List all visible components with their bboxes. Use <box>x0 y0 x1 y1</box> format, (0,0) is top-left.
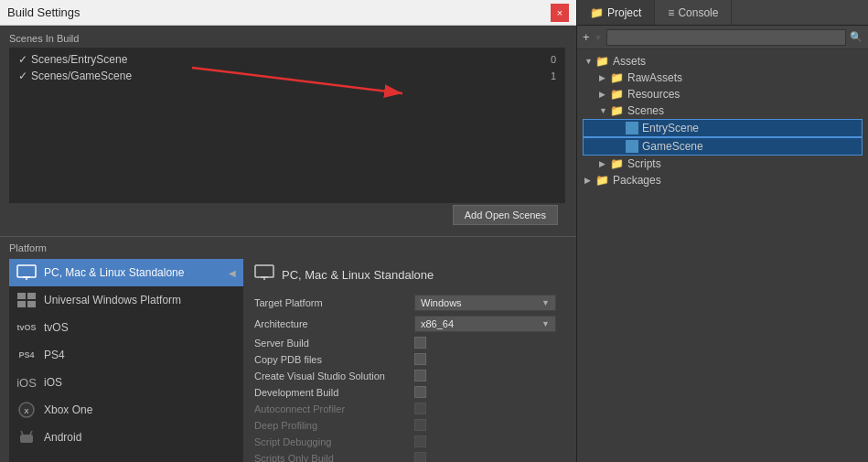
toolbar-divider: ▾ <box>595 31 601 44</box>
svg-rect-7 <box>17 301 26 307</box>
platform-label-android: Android <box>44 431 81 444</box>
project-tab-icon: 📁 <box>590 6 604 19</box>
right-panel: 📁 Project ≡ Console + ▾ 🔍 ▼ 📁 Assets ▶ 📁… <box>576 0 868 462</box>
architecture-label: Architecture <box>254 318 414 329</box>
svg-rect-5 <box>17 293 26 299</box>
expand-arrow: ▶ <box>599 73 610 82</box>
expand-arrow: ▶ <box>599 90 610 99</box>
setting-dev-build: Development Build <box>254 386 556 398</box>
scripts-only-checkbox[interactable] <box>414 452 426 462</box>
server-build-label: Server Build <box>254 338 414 349</box>
setting-architecture: Architecture x86_64 ▼ <box>254 316 556 332</box>
autoconnect-profiler-checkbox[interactable] <box>414 403 426 414</box>
scene-check-0: ✓ <box>18 53 27 66</box>
console-tab-label: Console <box>678 6 718 19</box>
tree-label-assets: Assets <box>613 55 646 68</box>
tab-project[interactable]: 📁 Project <box>577 0 655 25</box>
architecture-dropdown[interactable]: x86_64 ▼ <box>414 316 556 332</box>
setting-script-debugging: Script Debugging <box>254 435 556 447</box>
platform-settings: PC, Mac & Linux Standalone Target Platfo… <box>243 259 567 462</box>
platform-label-tvos: tvOS <box>44 321 69 334</box>
setting-autoconnect-profiler: Autoconnect Profiler <box>254 403 556 414</box>
file-tree: ▼ 📁 Assets ▶ 📁 RawAssets ▶ 📁 Resources ▼… <box>577 49 868 192</box>
scene-index-0: 0 <box>551 54 556 65</box>
scene-row[interactable]: ✓ Scenes/EntryScene 0 <box>15 51 560 68</box>
svg-rect-6 <box>27 293 36 299</box>
target-platform-label: Target Platform <box>254 297 414 308</box>
tree-item-assets[interactable]: ▼ 📁 Assets <box>583 53 863 70</box>
tree-item-scripts[interactable]: ▶ 📁 Scripts <box>583 156 863 172</box>
platform-item-pc[interactable]: PC, Mac & Linux Standalone ◀ <box>9 259 243 286</box>
tree-item-rawassets[interactable]: ▶ 📁 RawAssets <box>583 70 863 86</box>
tree-item-packages[interactable]: ▶ 📁 Packages <box>583 172 863 188</box>
scene-name-0: Scenes/EntryScene <box>31 53 551 66</box>
ps4-icon: PS4 <box>16 347 37 363</box>
scene-row[interactable]: ✓ Scenes/GameScene 1 <box>15 68 560 84</box>
monitor-icon <box>16 264 37 281</box>
console-tab-icon: ≡ <box>668 6 674 19</box>
title-bar: Build Settings × <box>0 0 576 26</box>
deep-profiling-checkbox[interactable] <box>414 419 426 431</box>
platform-container: PC, Mac & Linux Standalone ◀ Universal W… <box>9 259 567 462</box>
tree-label-resources: Resources <box>627 88 680 101</box>
tvos-icon: tvOS <box>16 319 37 336</box>
folder-icon: 📁 <box>610 104 624 117</box>
setting-deep-profiling: Deep Profiling <box>254 419 556 431</box>
close-button[interactable]: × <box>551 4 569 22</box>
deep-profiling-label: Deep Profiling <box>254 420 414 431</box>
right-panel-tabs: 📁 Project ≡ Console <box>577 0 868 26</box>
platform-item-xbox[interactable]: X Xbox One <box>9 396 243 424</box>
tree-item-resources[interactable]: ▶ 📁 Resources <box>583 86 863 102</box>
platform-section-label: Platform <box>9 242 567 253</box>
tree-item-gamescene[interactable]: GameScene <box>583 137 863 156</box>
script-debugging-checkbox[interactable] <box>414 435 426 447</box>
add-asset-button[interactable]: + <box>583 30 590 44</box>
window-title: Build Settings <box>7 5 80 19</box>
tree-item-entryscene[interactable]: EntryScene <box>583 119 863 137</box>
platform-item-android[interactable]: Android <box>9 424 243 451</box>
target-platform-dropdown[interactable]: Windows ▼ <box>414 295 556 311</box>
scene-file-icon <box>626 122 638 134</box>
script-debugging-label: Script Debugging <box>254 436 414 447</box>
setting-server-build: Server Build <box>254 337 556 349</box>
scene-index-1: 1 <box>551 70 556 81</box>
platform-item-ps4[interactable]: PS4 PS4 <box>9 341 243 369</box>
folder-icon: 📁 <box>610 71 624 84</box>
scenes-actions-bar: Add Open Scenes <box>9 203 567 232</box>
svg-text:X: X <box>24 407 29 415</box>
platform-item-tvos[interactable]: tvOS tvOS <box>9 314 243 341</box>
search-input[interactable] <box>606 29 846 46</box>
copy-pdb-checkbox[interactable] <box>414 353 426 365</box>
expand-arrow: ▼ <box>599 106 610 115</box>
xbox-icon: X <box>16 402 37 418</box>
platform-item-ios[interactable]: iOS iOS <box>9 369 243 396</box>
right-panel-toolbar: + ▾ 🔍 <box>577 26 868 49</box>
ios-icon: iOS <box>16 374 37 391</box>
server-build-checkbox[interactable] <box>414 337 426 349</box>
platform-section: Platform PC, Mac & Linux Standalone ◀ <box>0 236 576 462</box>
svg-rect-2 <box>17 265 36 277</box>
vs-solution-checkbox[interactable] <box>414 370 426 381</box>
dropdown-arrow: ▼ <box>541 298 550 307</box>
platform-list: PC, Mac & Linux Standalone ◀ Universal W… <box>9 259 243 462</box>
add-open-scenes-button[interactable]: Add Open Scenes <box>453 205 558 225</box>
platform-label-ps4: PS4 <box>44 349 65 361</box>
platform-label-pc: PC, Mac & Linux Standalone <box>44 266 184 279</box>
scene-name-1: Scenes/GameScene <box>31 70 551 82</box>
platform-label-uwp: Universal Windows Platform <box>44 294 181 306</box>
setting-target-platform: Target Platform Windows ▼ <box>254 295 556 311</box>
project-tab-label: Project <box>607 6 641 19</box>
platform-item-uwp[interactable]: Universal Windows Platform <box>9 286 243 314</box>
platform-settings-header: PC, Mac & Linux Standalone <box>254 264 556 285</box>
dev-build-checkbox[interactable] <box>414 386 426 398</box>
setting-vs-solution: Create Visual Studio Solution <box>254 370 556 381</box>
dropdown-arrow: ▼ <box>541 319 550 328</box>
android-icon <box>16 429 37 446</box>
setting-scripts-only: Scripts Only Build <box>254 452 556 462</box>
tab-console[interactable]: ≡ Console <box>655 0 732 25</box>
svg-rect-8 <box>27 301 36 307</box>
copy-pdb-label: Copy PDB files <box>254 354 414 365</box>
tree-item-scenes[interactable]: ▼ 📁 Scenes <box>583 102 863 119</box>
target-platform-value: Windows <box>421 297 462 308</box>
setting-copy-pdb: Copy PDB files <box>254 353 556 365</box>
